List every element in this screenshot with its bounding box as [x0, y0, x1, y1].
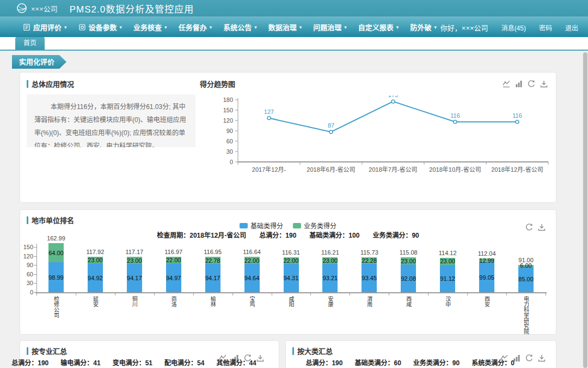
bar-category-label: 铜川 [131, 296, 137, 307]
svg-text:2018年7月-省公司: 2018年7月-省公司 [369, 166, 417, 173]
y-axis-label: 90 [20, 262, 33, 268]
nav-item-label: 系统公告 [223, 22, 252, 32]
logout-link[interactable]: 退出 [565, 23, 578, 32]
x-axis-tick [350, 293, 350, 295]
title-accent-bar [27, 347, 28, 355]
x-axis-tick [506, 293, 507, 295]
bar-category-label: 检修公司 [53, 296, 59, 318]
stat-item: 总满分：190 [11, 358, 48, 367]
caret-down-icon: ▾ [396, 25, 399, 30]
bar-category-label: 咸阳 [288, 296, 294, 307]
bar-green-label: 23.00 [314, 257, 346, 264]
overview-panel-title: 总体应用情况 [27, 79, 74, 89]
nav-item-label: 任务督办 [179, 22, 207, 32]
tab-strip: 首页 [0, 37, 588, 51]
y-axis-label: 30 [20, 280, 33, 286]
refresh-icon[interactable] [527, 80, 536, 88]
download-icon[interactable] [537, 354, 546, 363]
bar-green-label: 23.00 [431, 258, 464, 264]
bar-total-label: 117.17 [117, 249, 152, 255]
nav-item-8[interactable]: 自定义报表▾ [358, 22, 399, 32]
x-axis-tick [310, 293, 311, 295]
y-axis-label: 150 [20, 244, 33, 250]
score-trend-line-chart[interactable]: 03060901201501802017年12月-2018年6月-省公司2018… [200, 95, 556, 194]
bar-category-label: 西安 [483, 296, 489, 307]
nav-item-1[interactable]: 应用评价▾ [23, 22, 67, 32]
overview-title-text: 总体应用情况 [32, 79, 74, 89]
bar-blue-label: 92.08 [392, 275, 425, 282]
x-axis-tick [193, 293, 194, 295]
bar-category-label: 电力科学研究院 [523, 296, 529, 334]
nav-item-6[interactable]: 数据治理▾ [268, 22, 302, 32]
bar-category-label: 延安 [92, 296, 98, 307]
bar-green-label: 22.78 [197, 257, 229, 264]
bar-blue-label: 99.05 [470, 274, 503, 281]
bar-green-label: 23.00 [392, 258, 425, 264]
x-axis-tick [428, 293, 428, 295]
svg-text:2017年12月-: 2017年12月- [252, 166, 286, 173]
spec-panel-title: 按专业汇总 [27, 346, 67, 356]
x-axis-tick [546, 293, 546, 295]
city-rank-card: 地市单位排名 基础类得分业务类得分 检查周期：2018年12月-省公司总满分：1… [20, 209, 556, 335]
nav-item-2[interactable]: 设备参数▾ [78, 22, 122, 32]
caret-down-icon: ▾ [344, 25, 347, 30]
stat-item: 业务类满分：90 [413, 358, 460, 367]
nav-item-label: 问题治理 [313, 22, 341, 32]
class-title-text: 按大类汇总 [297, 346, 333, 356]
y-axis-tick [34, 256, 36, 257]
caret-down-icon: ▾ [120, 25, 122, 30]
nav-item-9[interactable]: 防外破▾ [410, 22, 437, 32]
password-link[interactable]: 密码 [539, 23, 552, 32]
caret-down-icon: ▾ [164, 25, 167, 30]
nav-item-5[interactable]: 系统公告▾ [223, 22, 257, 32]
x-axis-tick [154, 293, 155, 295]
bar-category-label: 西咸 [405, 296, 411, 307]
city-rank-bar-chart[interactable]: 0306090120150162.9964.0098.99检修公司117.922… [20, 210, 557, 335]
bar-total-label: 162.99 [39, 235, 74, 242]
bar-category-label: 商洛 [170, 296, 176, 307]
section-ribbon: 实用化评价 [12, 55, 66, 69]
nav-item-3[interactable]: 业务核查▾ [133, 22, 167, 32]
y-axis-label: 60 [20, 271, 33, 277]
stat-item: 基础类满分：60 [354, 358, 401, 367]
caret-down-icon: ▾ [299, 25, 302, 30]
download-icon[interactable] [256, 354, 265, 363]
caret-down-icon: ▾ [64, 25, 67, 30]
messages-link[interactable]: 消息(45) [501, 23, 526, 32]
svg-text:60: 60 [226, 138, 233, 144]
y-axis-tick [34, 274, 36, 275]
caret-down-icon: ▾ [434, 25, 437, 30]
nav-item-7[interactable]: 问题治理▾ [313, 22, 347, 32]
bar-total-label: 112.04 [469, 250, 504, 257]
app-title: PMS2.0数据分析及管控应用 [70, 2, 194, 15]
bar-category-label: 汉中 [444, 296, 450, 307]
line-chart-icon[interactable] [502, 80, 511, 88]
bar-total-label: 116.21 [313, 249, 347, 256]
nav-menu: 应用评价▾设备参数▾业务核查▾任务督办▾系统公告▾数据治理▾问题治理▾自定义报表… [23, 22, 437, 32]
bar-green-label: 12.99 [470, 257, 503, 264]
trend-title-text: 得分趋势图 [200, 79, 235, 89]
nav-item-4[interactable]: 任务督办▾ [179, 22, 212, 32]
bar-green-label: 6.00 [510, 262, 542, 269]
caret-down-icon: ▾ [254, 25, 257, 30]
vertical-scrollbar[interactable] [583, 52, 587, 368]
bar-chart-icon[interactable] [514, 80, 523, 88]
x-axis-tick [467, 293, 468, 295]
tab-home[interactable]: 首页 [15, 37, 45, 50]
svg-text:175: 175 [388, 95, 398, 98]
y-axis-label: 120 [20, 253, 33, 260]
svg-text:2018年12月-省公司: 2018年12月-省公司 [491, 166, 543, 173]
bar-green-label: 23.00 [79, 257, 112, 263]
svg-text:180: 180 [223, 96, 233, 103]
nav-item-label: 数据治理 [268, 22, 297, 32]
company-name: ×××公司 [31, 3, 58, 14]
bar-blue-label: 91.12 [431, 275, 464, 282]
nav-item-label: 防外破 [410, 22, 431, 32]
bar-total-label: 116.64 [235, 249, 270, 255]
bar-blue-label: 94.64 [236, 275, 268, 281]
nav-item-label: 自定义报表 [358, 22, 394, 32]
x-axis-tick [232, 293, 233, 295]
y-axis-tick [34, 265, 36, 266]
x-axis-tick [272, 293, 272, 295]
download-icon[interactable] [540, 80, 548, 88]
